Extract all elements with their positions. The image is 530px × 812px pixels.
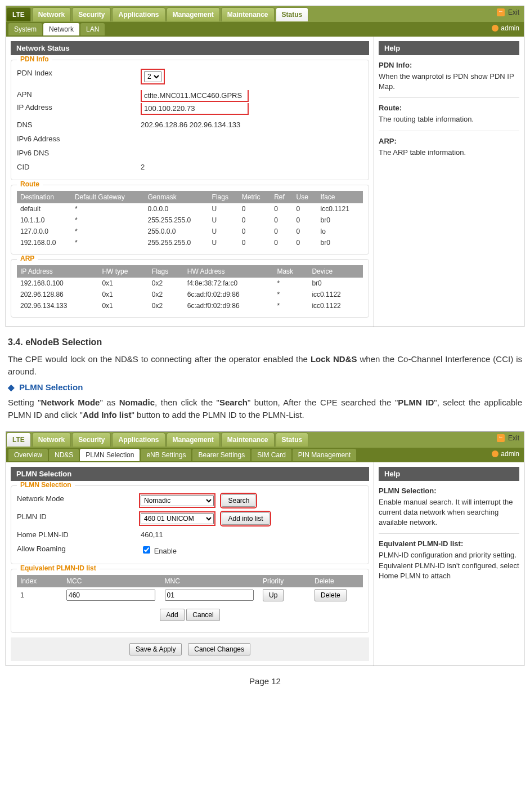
exit-link[interactable]: Exit xyxy=(508,8,519,16)
eq-legend: Equivalent PLMN-ID list xyxy=(17,564,100,572)
arp-legend: ARP xyxy=(17,255,38,262)
ipv6addr-value xyxy=(141,135,363,143)
sub-nav-2: Overview ND&S PLMN Selection eNB Setting… xyxy=(6,448,524,462)
subtab-enb[interactable]: eNB Settings xyxy=(141,449,191,461)
ip-value: 100.100.220.73 xyxy=(141,103,249,115)
subtab-pin[interactable]: PIN Management xyxy=(293,449,356,461)
subtab-sim[interactable]: SIM Card xyxy=(251,449,291,461)
subtab-bearer[interactable]: Bearer Settings xyxy=(192,449,250,461)
table-row: default*0.0.0.0U000icc0.1121 xyxy=(17,203,363,215)
ipv6dns-value xyxy=(141,149,363,157)
route-table: Destination Default Gateway Genmask Flag… xyxy=(17,191,363,248)
section-heading: 3.4. eNodeB Selection xyxy=(8,337,522,347)
route-fieldset: Route Destination Default Gateway Genmas… xyxy=(11,185,369,255)
tab-security-2[interactable]: Security xyxy=(72,432,111,447)
equivalent-plmn-fieldset: Equivalent PLMN-ID list Index MCC MNC Pr… xyxy=(11,569,369,633)
help-route-t: The routing table information. xyxy=(379,114,519,124)
subtab-system[interactable]: System xyxy=(8,23,42,35)
tab-maintenance[interactable]: Maintenance xyxy=(221,7,275,21)
subtab-lan[interactable]: LAN xyxy=(80,23,105,35)
tab-applications[interactable]: Applications xyxy=(112,7,165,21)
plmn-id-label: PLMN ID xyxy=(17,512,141,525)
button-bar: Save & Apply Cancel Changes xyxy=(11,637,369,661)
delete-button[interactable]: Delete xyxy=(315,589,347,601)
top-nav-2: LTE Network Security Applications Manage… xyxy=(6,432,524,448)
plmn-id-select[interactable]: 460 01 UNICOM xyxy=(141,513,214,524)
pdn-index-select[interactable]: 2 xyxy=(144,71,161,82)
pdn-index-label: PDN Index xyxy=(17,69,141,84)
help-arp-h: ARP: xyxy=(379,137,519,145)
plmn-selection-fieldset: PLMN Selection Network Mode Nomadic Sear… xyxy=(11,485,369,564)
panel-title-network-status: Network Status xyxy=(11,41,369,55)
ipv6addr-label: IPv6 Address xyxy=(17,135,141,143)
exit-icon-2 xyxy=(497,434,505,442)
tab-lte[interactable]: LTE xyxy=(6,7,31,21)
plmn-subheading: ◆PLMN Selection xyxy=(8,381,522,394)
network-mode-label: Network Mode xyxy=(17,494,141,507)
allow-roaming-checkbox[interactable] xyxy=(143,546,150,554)
subtab-network[interactable]: Network xyxy=(43,23,79,35)
home-plmn-value: 460,11 xyxy=(141,530,363,539)
mnc-input[interactable] xyxy=(165,590,254,601)
route-legend: Route xyxy=(17,180,43,188)
add-button[interactable]: Add xyxy=(160,609,184,621)
mcc-input[interactable] xyxy=(66,590,155,601)
tab-maintenance-2[interactable]: Maintenance xyxy=(221,432,275,447)
help-pdn-h: PDN Info: xyxy=(379,61,519,69)
help-plmn-h: PLMN Selection: xyxy=(379,487,519,495)
pdn-legend: PDN Info xyxy=(17,55,52,63)
help-route-h: Route: xyxy=(379,104,519,112)
search-button[interactable]: Search xyxy=(222,494,255,507)
save-apply-button[interactable]: Save & Apply xyxy=(129,643,182,655)
dns-label: DNS xyxy=(17,121,141,129)
user-name: admin xyxy=(501,24,519,32)
user-name-2: admin xyxy=(501,450,519,458)
help-eq-h: Equivalent PLMN-ID list: xyxy=(379,539,519,548)
help-title: Help xyxy=(379,41,519,55)
apn-label: APN xyxy=(17,90,141,102)
cancel-button[interactable]: Cancel xyxy=(186,609,219,621)
table-row: 1 Up Delete xyxy=(17,587,363,603)
tab-network-2[interactable]: Network xyxy=(32,432,71,447)
tab-management[interactable]: Management xyxy=(167,7,220,21)
ip-label: IP Address xyxy=(17,103,141,115)
help-eq-t: PLMN-ID configuration and priority setti… xyxy=(379,550,519,581)
cancel-changes-button[interactable]: Cancel Changes xyxy=(188,643,250,655)
table-row: 192.168.0.0*255.255.255.0U000br0 xyxy=(17,237,363,248)
table-row: 192.168.0.1000x10x2f4:8e:38:72:fa:c0*br0 xyxy=(17,278,363,289)
network-mode-select[interactable]: Nomadic xyxy=(141,495,214,506)
tab-security[interactable]: Security xyxy=(72,7,111,21)
help-title-2: Help xyxy=(379,467,519,481)
plmn-sel-legend: PLMN Selection xyxy=(17,481,75,489)
subtab-overview[interactable]: Overview xyxy=(8,449,48,461)
add-into-list-button[interactable]: Add into list xyxy=(222,512,269,525)
table-row: 10.1.1.0*255.255.255.0U000br0 xyxy=(17,215,363,226)
ipv6dns-label: IPv6 DNS xyxy=(17,149,141,157)
table-row: 202.96.128.860x10x26c:ad:f0:02:d9:86*icc… xyxy=(17,289,363,300)
subtab-plmn-selection[interactable]: PLMN Selection xyxy=(80,449,140,461)
table-row: 202.96.134.1330x10x26c:ad:f0:02:d9:86*ic… xyxy=(17,300,363,311)
subtab-nds[interactable]: ND&S xyxy=(49,449,79,461)
tab-status[interactable]: Status xyxy=(276,7,309,21)
pdn-info-fieldset: PDN Info PDN Index2 APNctlte.MNC011.MCC4… xyxy=(11,60,369,180)
help-pdn-t: When the wanprotol is PDN show PDN IP Ma… xyxy=(379,72,519,92)
help-panel-2: Help PLMN Selection: Enable manual searc… xyxy=(374,462,524,666)
paragraph-1: The CPE would lock on the ND&S to connec… xyxy=(8,353,522,378)
arp-fieldset: ARP IP Address HW type Flags HW Address … xyxy=(11,259,369,318)
tab-management-2[interactable]: Management xyxy=(167,432,220,447)
help-arp-t: The ARP table information. xyxy=(379,148,519,158)
tab-network[interactable]: Network xyxy=(32,7,71,21)
exit-link-2[interactable]: Exit xyxy=(508,434,519,442)
cid-label: CID xyxy=(17,163,141,171)
home-plmn-label: Home PLMN-ID xyxy=(17,530,141,539)
help-panel: Help PDN Info: When the wanprotol is PDN… xyxy=(374,37,524,327)
tab-applications-2[interactable]: Applications xyxy=(112,432,165,447)
pdn-index-highlight: 2 xyxy=(141,69,165,84)
doc-section: 3.4. eNodeB Selection The CPE would lock… xyxy=(8,337,522,421)
tab-lte-2[interactable]: LTE xyxy=(6,432,31,447)
up-button[interactable]: Up xyxy=(263,589,284,601)
user-icon-2 xyxy=(492,450,498,457)
tab-status-2[interactable]: Status xyxy=(276,432,309,447)
plmn-table: Index MCC MNC Priority Delete 1 Up Delet… xyxy=(17,575,363,603)
top-nav: LTE Network Security Applications Manage… xyxy=(6,6,524,22)
